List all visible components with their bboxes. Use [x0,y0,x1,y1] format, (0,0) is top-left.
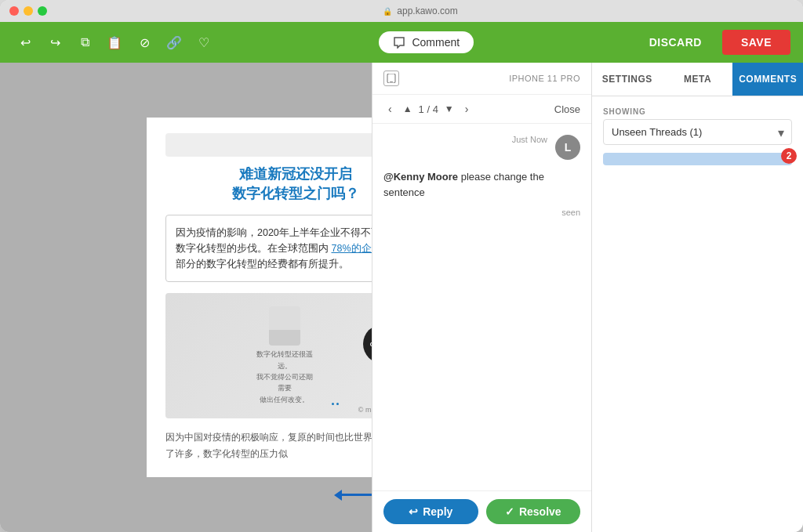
main-area: 难道新冠还没开启 数字化转型之门吗？ 因为疫情的影响，2020年上半年企业不得不… [0,63,803,532]
discard-button[interactable]: DISCARD [637,31,714,53]
redo-button[interactable]: ↪ [42,30,67,55]
toolbar: ↩ ↪ ⧉ 📋 ⊘ 🔗 ♡ Comment DISCARD SAVE [0,22,803,63]
comment-icon [393,36,405,49]
app-window: 🔒 app.kawo.com ↩ ↪ ⧉ 📋 ⊘ 🔗 ♡ Comment DIS… [0,0,803,532]
comment-close-button[interactable]: Close [554,103,580,115]
copy-button[interactable]: ⧉ [72,30,97,55]
showing-label: SHOWING [603,107,792,116]
save-button[interactable]: SAVE [722,30,790,55]
toolbar-right: DISCARD SAVE [637,30,790,55]
showing-select[interactable]: Unseen Threads (1) All Threads Resolved … [603,119,792,145]
nav-down-button[interactable]: ▼ [445,103,454,114]
comment-mention: @Kenny Moore [383,171,458,183]
comment-item-body: Just Now [383,135,547,160]
resolve-icon: ✓ [505,505,514,518]
sidebar-tabs: SETTINGS META COMMENTS [592,63,803,96]
link-button[interactable]: 🔗 [162,30,187,55]
reply-button[interactable]: ↩ Reply [383,499,478,524]
url-label: app.kawo.com [397,5,457,16]
heart-button[interactable]: ♡ [191,30,216,55]
comment-thread: Just Now L @Kenny Moore please change th… [372,124,591,490]
resolve-button[interactable]: ✓ Resolve [486,499,581,524]
comment-actions: ↩ Reply ✓ Resolve [372,490,591,532]
comment-timestamp: Just Now [383,135,547,144]
comment-count-bar: 2 [603,153,792,165]
resolve-label: Resolve [519,505,561,518]
minimize-traffic-light[interactable] [24,6,33,16]
canvas-area: 难道新冠还没开启 数字化转型之门吗？ 因为疫情的影响，2020年上半年企业不得不… [0,63,591,532]
toolbar-center: Comment [220,31,634,53]
reply-label: Reply [423,505,452,518]
close-traffic-light[interactable] [9,6,19,16]
comment-button[interactable]: Comment [379,31,474,53]
title-bar: 🔒 app.kawo.com [0,0,803,22]
comment-count-badge: 2 [781,148,797,164]
comment-text-container: @Kenny Moore please change the sentence [383,169,580,204]
nav-up-button[interactable]: ▲ [403,103,412,114]
comment-button-label: Comment [412,36,460,49]
tab-comments[interactable]: COMMENTS [732,63,803,96]
toolbar-left: ↩ ↪ ⧉ 📋 ⊘ 🔗 ♡ [13,30,216,55]
comment-nav: ‹ ▲ 1 / 4 ▼ › Close [372,95,591,124]
tab-meta[interactable]: META [663,63,733,96]
svg-rect-1 [390,81,393,82]
tab-settings[interactable]: SETTINGS [592,63,663,96]
title-bar-center: 🔒 app.kawo.com [47,5,794,16]
undo-button[interactable]: ↩ [13,30,38,55]
comment-panel-overlay: IPHONE 11 PRO ‹ ▲ 1 / 4 ▼ › Close Just N… [372,63,591,532]
comment-panel-header: IPHONE 11 PRO [372,63,591,95]
block-button[interactable]: ⊘ [132,30,157,55]
comment-item: Just Now L [383,135,580,160]
lock-icon: 🔒 [383,7,392,16]
arrow-indicator [340,494,372,496]
nav-prev-button[interactable]: ‹ [383,101,397,117]
maximize-traffic-light[interactable] [38,6,47,16]
comment-avatar: L [555,135,580,160]
traffic-lights [9,6,47,16]
reply-icon: ↩ [409,505,418,518]
nav-next-button[interactable]: › [460,101,474,117]
right-sidebar: SETTINGS META COMMENTS SHOWING Unseen Th… [591,63,803,532]
blue-arrow [340,494,372,496]
nav-counter: 1 / 4 [419,103,438,115]
comment-seen-label: seen [383,208,580,217]
phone-icon [383,71,399,86]
paste-button[interactable]: 📋 [102,30,127,55]
phone-label: IPHONE 11 PRO [399,74,580,83]
sidebar-content: SHOWING Unseen Threads (1) All Threads R… [592,96,803,532]
showing-select-wrapper: Unseen Threads (1) All Threads Resolved … [603,119,792,145]
